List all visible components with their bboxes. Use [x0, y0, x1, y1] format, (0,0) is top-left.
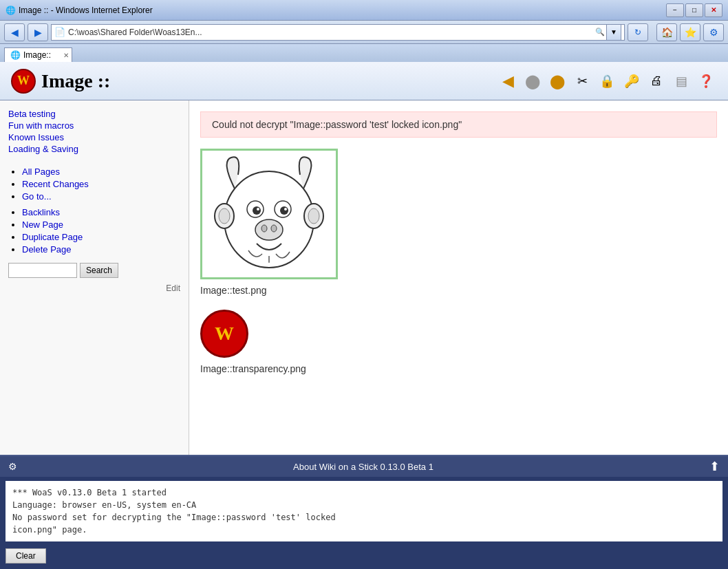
edit-link[interactable]: Edit [8, 283, 180, 293]
address-field[interactable]: 📄 C:\woas\Shared Folder\Woas13En... 🔍 ▼ [51, 24, 625, 41]
clear-button[interactable]: Clear [6, 548, 46, 563]
search-area: Search [8, 263, 180, 278]
app-title-text: Image :: [41, 70, 110, 92]
bottom-panel-up-icon[interactable]: ⬆ [709, 459, 720, 474]
svg-point-7 [255, 219, 283, 240]
logo-small-letter: W [215, 323, 234, 345]
bottom-panel: ⚙ About Wiki on a Stick 0.13.0 Beta 1 ⬆ … [0, 455, 728, 569]
bottom-panel-log: *** WoaS v0.13.0 Beta 1 started Language… [6, 481, 722, 541]
sidebar-backlinks[interactable]: Backlinks [22, 207, 60, 217]
sidebar-list-1: All Pages Recent Changes Go to... [8, 167, 180, 202]
sidebar-divider-1 [8, 155, 180, 161]
error-message: Could not decrypt "Image::password 'test… [212, 119, 462, 130]
image1-label: Image::test.png [200, 285, 717, 296]
close-button[interactable]: ✕ [705, 3, 722, 17]
back-button[interactable]: ◀ [4, 23, 25, 41]
image1-placeholder [200, 149, 338, 279]
svg-point-4 [280, 206, 288, 215]
wiki-back-icon[interactable]: ◀ [497, 70, 519, 92]
svg-point-8 [261, 225, 267, 232]
sidebar-link-macros[interactable]: Fun with macros [8, 120, 180, 131]
tab-close-button[interactable]: ✕ [63, 52, 69, 59]
tab-bar: 🌐 Image:: ✕ [0, 44, 728, 62]
image1-section: Image::test.png [200, 149, 717, 296]
sidebar-list-2: Backlinks New Page Duplicate Page Delete… [8, 207, 180, 255]
refresh-button[interactable]: ↻ [628, 23, 648, 41]
wiki-icon-2[interactable]: ⬤ [522, 70, 544, 92]
sidebar-all-pages[interactable]: All Pages [22, 167, 60, 177]
svg-point-9 [271, 225, 277, 232]
app-toolbar: W Image :: ◀ ⬤ ⬤ ✂ 🔒 🔑 🖨 ▤ ❓ [0, 62, 728, 100]
wiki-icon-3[interactable]: ⬤ [546, 70, 568, 92]
address-search-btn[interactable]: ▼ [606, 24, 621, 41]
favorites-button[interactable]: ⭐ [680, 23, 700, 41]
address-bar: ◀ ▶ 📄 C:\woas\Shared Folder\Woas13En... … [0, 21, 728, 44]
svg-point-13 [308, 208, 319, 224]
bottom-panel-title: About Wiki on a Stick 0.13.0 Beta 1 [293, 462, 433, 472]
image2-section: W Image::transparency.png [200, 310, 717, 374]
tools-button[interactable]: ⚙ [703, 23, 724, 41]
wiki-page-icon[interactable]: ▤ [670, 70, 692, 92]
wiki-lock-icon[interactable]: 🔒 [596, 70, 618, 92]
address-favicon: 📄 [54, 27, 65, 37]
sidebar-duplicate-page[interactable]: Duplicate Page [22, 232, 83, 242]
app-logo: W [11, 69, 36, 94]
wiki-logo-small: W [200, 310, 248, 358]
search-icon-in-address: 🔍 [595, 28, 605, 36]
bottom-panel-icon: ⚙ [8, 461, 17, 472]
image2-placeholder: W [200, 310, 248, 358]
toolbar-icons: ◀ ⬤ ⬤ ✂ 🔒 🔑 🖨 ▤ ❓ [497, 70, 717, 92]
tab-icon: 🌐 [10, 50, 21, 60]
search-button[interactable]: Search [80, 263, 118, 278]
forward-button[interactable]: ▶ [28, 23, 48, 41]
wiki-key-icon[interactable]: 🔑 [621, 70, 643, 92]
app-title-area: W Image :: [11, 69, 110, 94]
svg-point-6 [284, 208, 287, 211]
gnu-image [207, 154, 331, 275]
browser-tab[interactable]: 🌐 Image:: ✕ [4, 47, 72, 62]
address-text: C:\woas\Shared Folder\Woas13En... [68, 28, 594, 37]
svg-point-5 [257, 208, 259, 211]
log-text: *** WoaS v0.13.0 Beta 1 started Language… [12, 488, 336, 535]
title-bar-icon: 🌐 [6, 6, 16, 15]
wiki-help-icon[interactable]: ❓ [695, 70, 717, 92]
sidebar-new-page[interactable]: New Page [22, 219, 63, 230]
sidebar-link-known-issues[interactable]: Known Issues [8, 132, 180, 142]
home-button[interactable]: 🏠 [656, 23, 677, 41]
sidebar-recent-changes[interactable]: Recent Changes [22, 179, 89, 189]
svg-point-3 [253, 206, 261, 215]
search-input[interactable] [8, 263, 77, 278]
restore-button[interactable]: □ [685, 3, 703, 17]
minimize-button[interactable]: − [666, 3, 684, 17]
tab-label: Image:: [23, 50, 51, 60]
bottom-panel-header: ⚙ About Wiki on a Stick 0.13.0 Beta 1 ⬆ [0, 456, 728, 477]
svg-point-12 [219, 208, 230, 224]
sidebar-link-beta[interactable]: Beta testing [8, 109, 180, 119]
logo-letter: W [17, 74, 30, 88]
title-bar: 🌐 Image :: - Windows Internet Explorer −… [0, 0, 728, 21]
title-bar-title: Image :: - Windows Internet Explorer [19, 6, 153, 15]
sidebar-delete-page[interactable]: Delete Page [22, 244, 72, 255]
error-banner: Could not decrypt "Image::password 'test… [200, 111, 717, 138]
window-controls: − □ ✕ [666, 3, 722, 17]
title-bar-text: 🌐 Image :: - Windows Internet Explorer [6, 6, 153, 15]
wiki-tools-icon[interactable]: ✂ [571, 70, 593, 92]
sidebar-link-loading[interactable]: Loading & Saving [8, 144, 180, 154]
sidebar-goto[interactable]: Go to... [22, 191, 52, 202]
wiki-print-icon[interactable]: 🖨 [645, 70, 667, 92]
image2-label: Image::transparency.png [200, 363, 717, 374]
